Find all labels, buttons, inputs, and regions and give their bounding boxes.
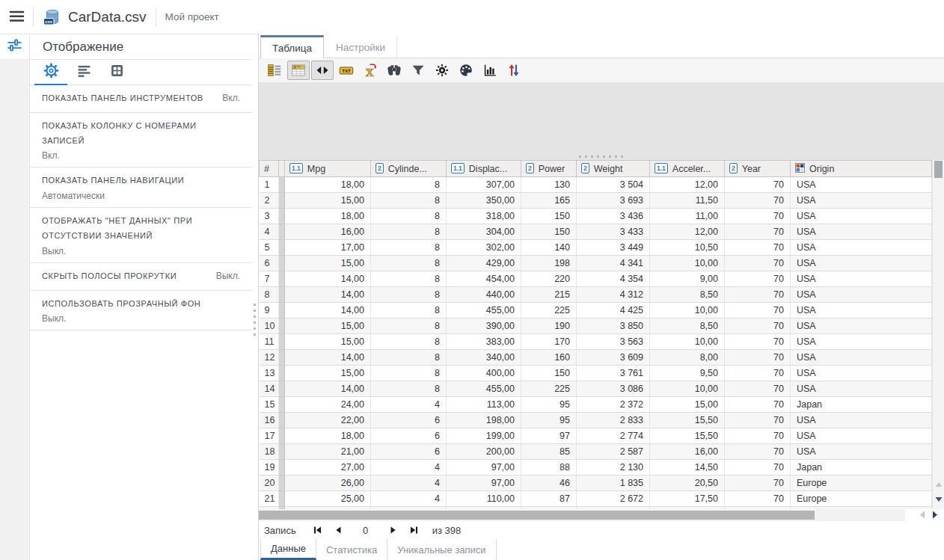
bottom-tab-statistics[interactable]: Статистика — [316, 539, 387, 560]
table-cell[interactable]: 3 850 — [577, 319, 650, 334]
table-settings-button[interactable] — [431, 61, 453, 80]
table-cell[interactable]: 18,00 — [285, 209, 371, 224]
table-cell[interactable]: 95 — [521, 413, 577, 428]
vertical-scrollbar[interactable] — [932, 160, 944, 509]
table-cell[interactable]: 14,50 — [650, 460, 725, 476]
table-cell[interactable]: USA — [791, 381, 932, 397]
detail-view-button[interactable] — [263, 61, 286, 80]
table-cell[interactable]: USA — [791, 240, 932, 256]
table-cell[interactable]: 304,00 — [447, 224, 521, 240]
setting-item[interactable]: ИСПОЛЬЗОВАТЬ ПРОЗРАЧНЫЙ ФОНВыкл. — [30, 291, 252, 331]
table-cell[interactable]: 12 — [260, 350, 279, 366]
table-cell[interactable]: 85 — [521, 444, 577, 460]
table-cell[interactable]: 8 — [371, 240, 447, 256]
table-cell[interactable]: 70 — [725, 444, 791, 460]
table-cell[interactable]: 70 — [725, 287, 791, 303]
table-cell[interactable]: 215 — [521, 287, 577, 303]
table-cell[interactable]: 70 — [725, 303, 791, 319]
record-number-field[interactable]: 0 — [349, 525, 383, 536]
table-cell[interactable]: 70 — [725, 350, 791, 366]
table-cell[interactable]: 70 — [725, 491, 791, 507]
table-cell[interactable]: 26,00 — [285, 476, 371, 491]
column-header-Weight[interactable]: 2Weight — [577, 161, 650, 177]
column-header-Power[interactable]: 2Power — [521, 161, 577, 177]
table-cell[interactable]: 4 354 — [577, 271, 650, 287]
table-cell[interactable]: 14,00 — [285, 271, 371, 287]
table-cell[interactable]: 3 609 — [577, 350, 650, 366]
table-cell[interactable]: 10 — [260, 319, 279, 334]
table-cell[interactable]: 17 — [260, 428, 279, 444]
table-cell[interactable]: 9 — [260, 303, 279, 319]
table-row[interactable]: 318,008318,001503 43611,0070USA — [260, 209, 932, 224]
table-cell[interactable]: 140 — [521, 240, 577, 256]
main-menu-button[interactable] — [0, 1, 33, 34]
table-cell[interactable]: 150 — [521, 209, 577, 224]
table-cell[interactable]: 14,00 — [285, 287, 371, 303]
table-cell[interactable]: 70 — [725, 334, 791, 350]
table-cell[interactable]: 3 563 — [577, 334, 650, 350]
table-cell[interactable]: Japan — [791, 460, 932, 476]
tab-settings[interactable]: Настройки — [324, 37, 397, 58]
table-cell[interactable]: 19 — [260, 460, 279, 476]
table-cell[interactable]: 15,50 — [650, 413, 725, 428]
table-row[interactable]: 1622,006198,00952 83315,5070USA — [260, 413, 932, 428]
table-cell[interactable]: 2 774 — [577, 428, 650, 444]
table-cell[interactable]: Europe — [791, 491, 932, 507]
table-cell[interactable]: 9,50 — [650, 366, 725, 381]
setting-item[interactable]: ПОКАЗАТЬ КОЛОНКУ С НОМЕРАМИ ЗАПИСЕЙВкл. — [30, 113, 252, 168]
first-record-button[interactable] — [308, 523, 326, 537]
table-cell[interactable]: 70 — [725, 428, 791, 444]
table-cell[interactable]: 2 587 — [577, 444, 650, 460]
table-cell[interactable]: 27,00 — [285, 460, 371, 476]
rail-display-panel-button[interactable] — [0, 34, 29, 60]
table-cell[interactable]: 6 — [371, 413, 447, 428]
table-cell[interactable]: 2 833 — [577, 413, 650, 428]
horizontal-scrollbar-thumb[interactable] — [259, 511, 815, 520]
table-cell[interactable]: 70 — [725, 460, 791, 476]
table-cell[interactable]: 200,00 — [447, 444, 521, 460]
table-row[interactable]: 814,008440,002154 3128,5070USA — [260, 287, 932, 303]
bottom-tab-data[interactable]: Данные — [260, 539, 316, 560]
table-cell[interactable]: 4 — [371, 476, 447, 491]
table-cell[interactable]: 8 — [371, 303, 447, 319]
table-cell[interactable]: 18,00 — [285, 428, 371, 444]
table-cell[interactable]: 225 — [521, 381, 577, 397]
table-cell[interactable]: 4 425 — [577, 303, 650, 319]
horizontal-scroll-track[interactable] — [259, 509, 905, 521]
table-cell[interactable]: 15,50 — [650, 428, 725, 444]
panel-resize-grip-icon[interactable] — [579, 156, 624, 158]
tab-table[interactable]: Таблица — [260, 35, 324, 58]
table-cell[interactable]: 70 — [725, 193, 791, 209]
table-cell[interactable]: 3 449 — [577, 240, 650, 256]
table-cell[interactable]: 4 — [371, 397, 447, 413]
table-cell[interactable]: 307,00 — [447, 177, 521, 193]
column-header-Origin[interactable]: Origin — [791, 161, 932, 177]
table-cell[interactable]: 70 — [725, 240, 791, 256]
table-row[interactable]: 1214,008340,001603 6098,0070USA — [260, 350, 932, 366]
table-cell[interactable]: 4 312 — [577, 287, 650, 303]
table-cell[interactable]: 383,00 — [447, 334, 521, 350]
table-cell[interactable]: 318,00 — [447, 209, 521, 224]
table-cell[interactable]: 110,00 — [447, 491, 521, 507]
table-cell[interactable]: 165 — [521, 193, 577, 209]
table-cell[interactable]: 10,00 — [650, 303, 725, 319]
fit-width-button[interactable] — [311, 61, 334, 80]
table-cell[interactable]: 2 672 — [577, 491, 650, 507]
table-cell[interactable]: 11 — [260, 334, 279, 350]
table-cell[interactable]: 88 — [521, 460, 577, 476]
table-cell[interactable]: 199,00 — [447, 428, 521, 444]
scroll-left-icon[interactable] — [919, 508, 925, 522]
table-cell[interactable]: 8 — [260, 287, 279, 303]
table-cell[interactable]: USA — [791, 334, 932, 350]
table-cell[interactable]: 429,00 — [447, 256, 521, 271]
table-cell[interactable]: 9,00 — [650, 271, 725, 287]
table-cell[interactable]: 455,00 — [447, 303, 521, 319]
table-cell[interactable]: 46 — [521, 476, 577, 491]
setting-item[interactable]: ПОКАЗАТЬ ПАНЕЛЬ НАВИГАЦИИАвтоматически — [30, 167, 252, 208]
column-header-Mpg[interactable]: 1.1Mpg — [285, 161, 371, 177]
table-cell[interactable]: 10,50 — [650, 240, 725, 256]
table-cell[interactable]: USA — [791, 366, 932, 381]
table-cell[interactable]: 16,00 — [650, 444, 725, 460]
table-cell[interactable]: 87 — [521, 491, 577, 507]
table-cell[interactable]: 8 — [371, 334, 447, 350]
